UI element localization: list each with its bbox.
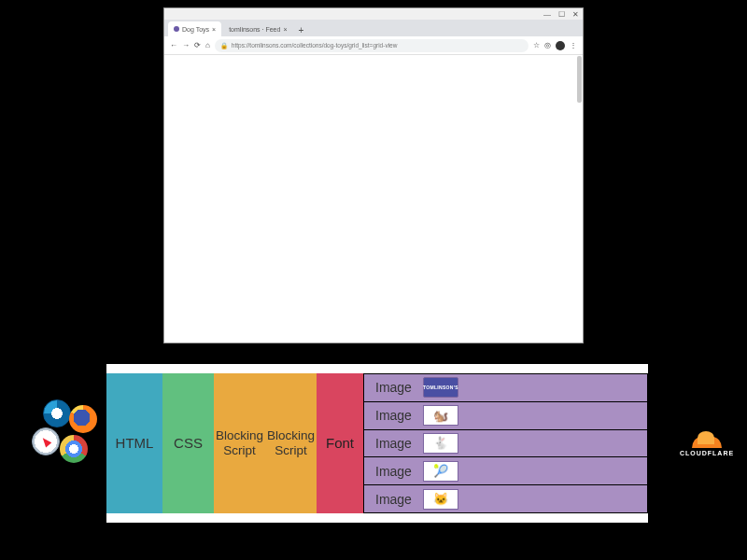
image-row: Image 🐿️ bbox=[363, 402, 648, 430]
new-tab-button[interactable]: + bbox=[295, 23, 308, 36]
nav-reload-icon[interactable]: ⟳ bbox=[194, 41, 201, 49]
image-label: Image bbox=[375, 464, 412, 479]
image-thumb-logo: TOMLINSON'S bbox=[423, 377, 458, 398]
image-label: Image bbox=[375, 492, 412, 507]
image-label: Image bbox=[375, 408, 412, 423]
firefox-icon bbox=[69, 405, 97, 433]
image-thumb-bunny: 🐇 bbox=[423, 433, 458, 454]
nav-forward-icon[interactable]: → bbox=[182, 41, 190, 49]
tab-label: Dog Toys bbox=[182, 26, 209, 33]
url-text: https://tomlinsons.com/collections/dog-t… bbox=[232, 42, 398, 49]
image-row: Image 🐇 bbox=[363, 430, 648, 458]
tab-tomlinsons[interactable]: tomlinsons · Feed × bbox=[223, 21, 292, 36]
edge-icon bbox=[43, 399, 71, 427]
tab-strip: Dog Toys × tomlinsons · Feed × + bbox=[164, 20, 583, 36]
window-close-icon[interactable]: ✕ bbox=[572, 10, 579, 19]
block-font: Font bbox=[317, 373, 363, 513]
image-row: Image TOMLINSON'S bbox=[363, 373, 648, 402]
lock-icon: 🔒 bbox=[220, 42, 228, 49]
block-images: Image TOMLINSON'S Image 🐿️ Image 🐇 Image… bbox=[363, 373, 648, 513]
waterfall-panel: HTML CSS Blocking Script Blocking Script… bbox=[106, 364, 648, 523]
browser-vendor-logos bbox=[32, 399, 105, 472]
profile-avatar[interactable] bbox=[556, 41, 565, 50]
window-titlebar: — ☐ ✕ bbox=[164, 8, 583, 20]
image-row: Image 🐱 bbox=[363, 485, 648, 513]
url-field[interactable]: 🔒 https://tomlinsons.com/collections/dog… bbox=[215, 39, 529, 52]
browser-viewport bbox=[164, 55, 583, 343]
cloudflare-logo: CLOUDFLARE bbox=[669, 429, 744, 456]
image-thumb-squirrel: 🐿️ bbox=[423, 405, 458, 426]
safari-icon bbox=[32, 427, 60, 455]
extension-icon[interactable]: ◎ bbox=[544, 41, 551, 49]
tab-close-icon[interactable]: × bbox=[283, 26, 287, 33]
scrollbar[interactable] bbox=[577, 56, 582, 103]
tab-dog-toys[interactable]: Dog Toys × bbox=[168, 21, 221, 36]
tab-close-icon[interactable]: × bbox=[212, 26, 216, 33]
tab-label: tomlinsons · Feed bbox=[229, 26, 280, 33]
block-blocking-script-1: Blocking Script bbox=[214, 373, 265, 513]
block-html: HTML bbox=[106, 373, 162, 513]
nav-back-icon[interactable]: ← bbox=[170, 41, 177, 49]
bookmark-star-icon[interactable]: ☆ bbox=[533, 41, 540, 49]
image-row: Image 🎾 bbox=[363, 457, 648, 485]
chrome-icon bbox=[60, 435, 88, 463]
block-css: CSS bbox=[162, 373, 214, 513]
block-blocking-script-2: Blocking Script bbox=[265, 373, 317, 513]
cloudflare-cloud-icon bbox=[688, 429, 726, 448]
image-label: Image bbox=[375, 436, 412, 451]
nav-home-icon[interactable]: ⌂ bbox=[205, 41, 210, 49]
window-min-icon[interactable]: — bbox=[543, 10, 551, 19]
browser-window: — ☐ ✕ Dog Toys × tomlinsons · Feed × + ←… bbox=[163, 7, 584, 343]
window-max-icon[interactable]: ☐ bbox=[558, 10, 565, 19]
waterfall-diagram: HTML CSS Blocking Script Blocking Script… bbox=[106, 373, 648, 513]
cloudflare-wordmark: CLOUDFLARE bbox=[669, 450, 744, 456]
image-thumb-cat: 🐱 bbox=[423, 489, 458, 510]
image-label: Image bbox=[375, 380, 412, 395]
kebab-menu-icon[interactable]: ⋮ bbox=[570, 41, 577, 49]
favicon-icon bbox=[174, 26, 179, 32]
image-thumb-balls: 🎾 bbox=[423, 461, 458, 482]
address-bar: ← → ⟳ ⌂ 🔒 https://tomlinsons.com/collect… bbox=[164, 36, 583, 55]
